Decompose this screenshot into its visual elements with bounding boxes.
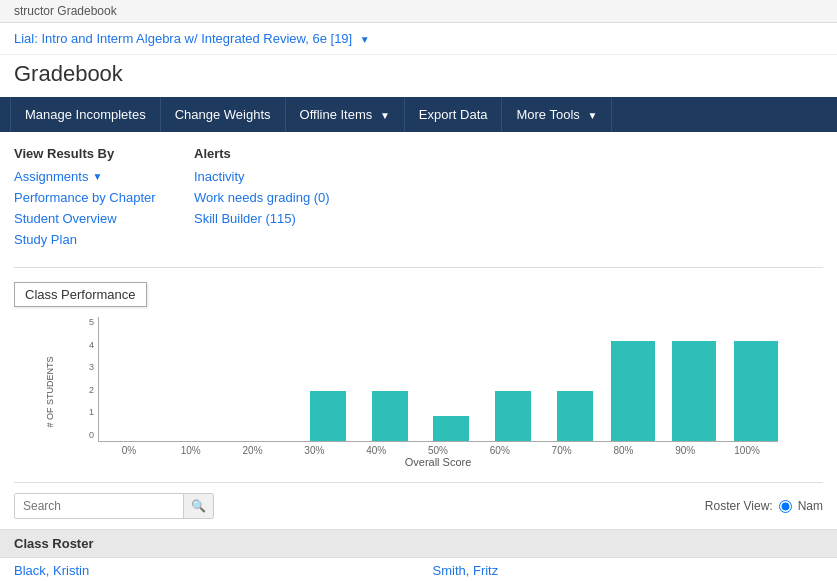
course-dropdown-arrow: ▼ xyxy=(360,34,370,45)
roster-view-control: Roster View: Nam xyxy=(705,499,823,513)
x-label-100: 100% xyxy=(716,442,778,456)
performance-by-chapter-link[interactable]: Performance by Chapter xyxy=(14,190,174,205)
nav-offline-items[interactable]: Offline Items ▼ xyxy=(286,97,405,132)
roster-table: Black, Kristin Butson, William Cox, Mary… xyxy=(0,558,837,581)
x-label-30: 30% xyxy=(283,442,345,456)
y-axis-label: # OF STUDENTS xyxy=(45,356,55,427)
inactivity-link[interactable]: Inactivity xyxy=(194,169,374,184)
class-roster-header: Class Roster xyxy=(0,529,837,558)
search-icon: 🔍 xyxy=(191,499,206,513)
search-button[interactable]: 🔍 xyxy=(183,494,213,518)
course-selector[interactable]: Lial: Intro and Interm Algebra w/ Integr… xyxy=(0,23,837,55)
student-overview-link[interactable]: Student Overview xyxy=(14,211,174,226)
x-label-80: 80% xyxy=(593,442,655,456)
roster-black-kristin[interactable]: Black, Kristin xyxy=(14,558,405,581)
y-tick-4: 4 xyxy=(89,340,94,350)
assignments-link[interactable]: Assignments ▼ xyxy=(14,169,174,184)
content-area: View Results By Assignments ▼ Performanc… xyxy=(0,132,837,267)
roster-smith-fritz[interactable]: Smith, Fritz xyxy=(433,558,824,581)
search-container: 🔍 xyxy=(14,493,214,519)
bar-100pct xyxy=(716,341,778,441)
offline-items-arrow: ▼ xyxy=(380,110,390,121)
x-label-0: 0% xyxy=(98,442,160,456)
x-label-50: 50% xyxy=(407,442,469,456)
roster-view-name-option: Nam xyxy=(798,499,823,513)
y-tick-3: 3 xyxy=(89,362,94,372)
roster-view-name-radio[interactable] xyxy=(779,500,792,513)
x-label-90: 90% xyxy=(654,442,716,456)
bars-container xyxy=(98,317,778,442)
bar-40pct xyxy=(346,391,408,441)
bar-30pct xyxy=(284,391,346,441)
top-bar-title: structor Gradebook xyxy=(14,4,117,18)
x-label-20: 20% xyxy=(222,442,284,456)
x-axis-title: Overall Score xyxy=(98,456,778,468)
course-label: Lial: Intro and Interm Algebra w/ Integr… xyxy=(14,31,352,46)
y-tick-0: 0 xyxy=(89,430,94,440)
search-input[interactable] xyxy=(15,494,183,518)
nav-more-tools[interactable]: More Tools ▼ xyxy=(502,97,612,132)
y-tick-5: 5 xyxy=(89,317,94,327)
y-tick-2: 2 xyxy=(89,385,94,395)
bar-90pct xyxy=(655,341,717,441)
search-row: 🔍 Roster View: Nam xyxy=(0,483,837,529)
x-label-60: 60% xyxy=(469,442,531,456)
y-tick-1: 1 xyxy=(89,407,94,417)
nav-export-data[interactable]: Export Data xyxy=(405,97,503,132)
nav-change-weights[interactable]: Change Weights xyxy=(161,97,286,132)
x-label-70: 70% xyxy=(531,442,593,456)
skill-builder-link[interactable]: Skill Builder (115) xyxy=(194,211,374,226)
roster-left-col: Black, Kristin Butson, William Cox, Mary xyxy=(0,558,419,581)
chart-section: Class Performance # OF STUDENTS 5 4 3 2 … xyxy=(0,268,837,482)
x-label-40: 40% xyxy=(345,442,407,456)
roster-right-col: Smith, Fritz Snow, Donna Thomas, Eric xyxy=(419,558,838,581)
bar-60pct xyxy=(469,391,531,441)
bar-50pct xyxy=(408,416,470,441)
view-results-panel: View Results By Assignments ▼ Performanc… xyxy=(14,146,174,253)
x-axis-labels: 0% 10% 20% 30% 40% 50% 60% 70% 80% 90% 1… xyxy=(98,442,778,456)
work-needs-grading-link[interactable]: Work needs grading (0) xyxy=(194,190,374,205)
study-plan-link[interactable]: Study Plan xyxy=(14,232,174,247)
more-tools-arrow: ▼ xyxy=(587,110,597,121)
view-results-title: View Results By xyxy=(14,146,174,161)
top-bar: structor Gradebook xyxy=(0,0,837,23)
chart-title[interactable]: Class Performance xyxy=(14,282,147,307)
nav-bar: Manage Incompletes Change Weights Offlin… xyxy=(0,97,837,132)
x-label-10: 10% xyxy=(160,442,222,456)
assignments-arrow: ▼ xyxy=(92,171,102,182)
page-title: Gradebook xyxy=(0,55,837,97)
nav-manage-incompletes[interactable]: Manage Incompletes xyxy=(10,97,161,132)
alerts-title: Alerts xyxy=(194,146,374,161)
bar-70pct xyxy=(531,391,593,441)
alerts-panel: Alerts Inactivity Work needs grading (0)… xyxy=(194,146,374,253)
bar-80pct xyxy=(593,341,655,441)
roster-view-label: Roster View: xyxy=(705,499,773,513)
